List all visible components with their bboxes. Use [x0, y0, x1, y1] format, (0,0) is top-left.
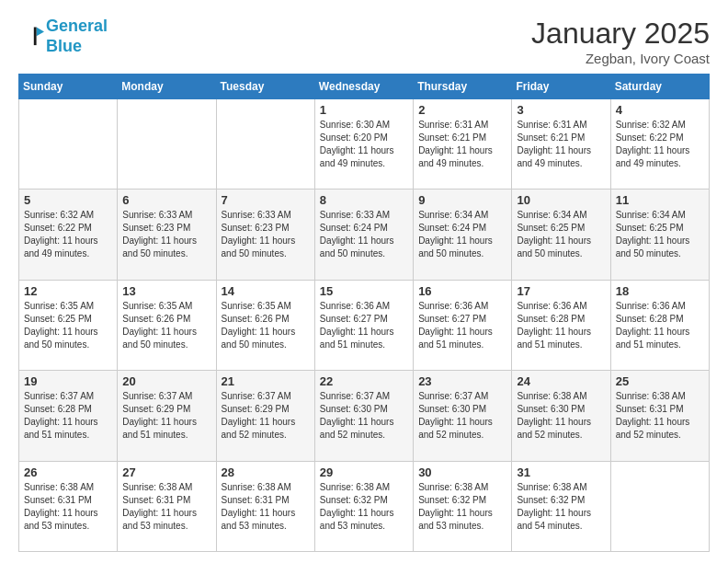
day-info: Sunrise: 6:36 AM Sunset: 6:28 PM Dayligh… [517, 300, 605, 351]
calendar-day-cell: 10Sunrise: 6:34 AM Sunset: 6:25 PM Dayli… [512, 190, 610, 280]
calendar-day-cell [118, 99, 216, 190]
day-info: Sunrise: 6:37 AM Sunset: 6:29 PM Dayligh… [122, 390, 210, 442]
calendar-day-header: Thursday [414, 75, 512, 99]
day-number: 22 [320, 374, 408, 388]
calendar-subtitle: Zegban, Ivory Coast [531, 51, 710, 66]
calendar-day-cell: 28Sunrise: 6:38 AM Sunset: 6:31 PM Dayli… [216, 461, 314, 551]
day-number: 7 [222, 193, 310, 207]
logo-text: General Blue [46, 17, 108, 56]
calendar-day-cell: 21Sunrise: 6:37 AM Sunset: 6:29 PM Dayli… [216, 371, 314, 461]
day-info: Sunrise: 6:36 AM Sunset: 6:27 PM Dayligh… [320, 300, 408, 351]
day-number: 29 [320, 465, 408, 479]
calendar-day-cell: 19Sunrise: 6:37 AM Sunset: 6:28 PM Dayli… [19, 371, 118, 461]
calendar-day-cell [610, 461, 709, 551]
day-info: Sunrise: 6:32 AM Sunset: 6:22 PM Dayligh… [24, 209, 112, 260]
calendar-day-cell: 2Sunrise: 6:31 AM Sunset: 6:21 PM Daylig… [414, 99, 512, 190]
day-info: Sunrise: 6:38 AM Sunset: 6:32 PM Dayligh… [517, 481, 605, 533]
day-number: 8 [320, 193, 408, 207]
calendar-day-cell: 9Sunrise: 6:34 AM Sunset: 6:24 PM Daylig… [414, 190, 512, 280]
day-info: Sunrise: 6:34 AM Sunset: 6:24 PM Dayligh… [418, 209, 506, 260]
calendar-day-header: Monday [118, 75, 216, 99]
day-number: 9 [418, 193, 506, 207]
day-number: 24 [517, 374, 605, 388]
day-number: 15 [320, 284, 408, 298]
calendar-day-header: Saturday [610, 75, 709, 99]
day-info: Sunrise: 6:35 AM Sunset: 6:26 PM Dayligh… [122, 300, 210, 351]
logo: General Blue [18, 17, 108, 56]
day-info: Sunrise: 6:34 AM Sunset: 6:25 PM Dayligh… [517, 209, 605, 260]
day-number: 5 [24, 193, 112, 207]
calendar-day-header: Wednesday [314, 75, 413, 99]
day-number: 1 [320, 103, 408, 117]
day-info: Sunrise: 6:37 AM Sunset: 6:30 PM Dayligh… [418, 390, 506, 442]
calendar-week-row: 26Sunrise: 6:38 AM Sunset: 6:31 PM Dayli… [19, 461, 710, 551]
calendar-day-cell: 25Sunrise: 6:38 AM Sunset: 6:31 PM Dayli… [610, 371, 709, 461]
day-number: 28 [222, 465, 310, 479]
day-info: Sunrise: 6:38 AM Sunset: 6:31 PM Dayligh… [222, 481, 310, 533]
calendar-day-cell: 30Sunrise: 6:38 AM Sunset: 6:32 PM Dayli… [414, 461, 512, 551]
calendar-day-cell: 13Sunrise: 6:35 AM Sunset: 6:26 PM Dayli… [118, 280, 216, 370]
calendar-day-cell: 15Sunrise: 6:36 AM Sunset: 6:27 PM Dayli… [314, 280, 413, 370]
page: General Blue January 2025 Zegban, Ivory … [0, 0, 728, 563]
day-info: Sunrise: 6:38 AM Sunset: 6:31 PM Dayligh… [24, 481, 112, 533]
day-info: Sunrise: 6:38 AM Sunset: 6:31 PM Dayligh… [122, 481, 210, 533]
day-number: 4 [616, 103, 704, 117]
day-number: 21 [222, 374, 310, 388]
day-info: Sunrise: 6:31 AM Sunset: 6:21 PM Dayligh… [517, 119, 605, 170]
calendar-day-cell: 3Sunrise: 6:31 AM Sunset: 6:21 PM Daylig… [512, 99, 610, 190]
calendar-day-cell: 11Sunrise: 6:34 AM Sunset: 6:25 PM Dayli… [610, 190, 709, 280]
calendar-day-cell: 24Sunrise: 6:38 AM Sunset: 6:30 PM Dayli… [512, 371, 610, 461]
day-info: Sunrise: 6:36 AM Sunset: 6:27 PM Dayligh… [418, 300, 506, 351]
calendar-day-header: Sunday [19, 75, 118, 99]
day-info: Sunrise: 6:38 AM Sunset: 6:31 PM Dayligh… [616, 390, 704, 442]
day-number: 20 [122, 374, 210, 388]
day-info: Sunrise: 6:33 AM Sunset: 6:23 PM Dayligh… [122, 209, 210, 260]
calendar-day-cell [216, 99, 314, 190]
calendar-day-cell: 17Sunrise: 6:36 AM Sunset: 6:28 PM Dayli… [512, 280, 610, 370]
day-number: 12 [24, 284, 112, 298]
day-number: 26 [24, 465, 112, 479]
calendar-day-cell: 6Sunrise: 6:33 AM Sunset: 6:23 PM Daylig… [118, 190, 216, 280]
day-info: Sunrise: 6:33 AM Sunset: 6:24 PM Dayligh… [320, 209, 408, 260]
calendar-header-row: SundayMondayTuesdayWednesdayThursdayFrid… [19, 75, 710, 99]
day-number: 18 [616, 284, 704, 298]
day-number: 13 [122, 284, 210, 298]
day-number: 25 [616, 374, 704, 388]
day-number: 6 [122, 193, 210, 207]
day-info: Sunrise: 6:35 AM Sunset: 6:25 PM Dayligh… [24, 300, 112, 351]
calendar-day-cell: 26Sunrise: 6:38 AM Sunset: 6:31 PM Dayli… [19, 461, 118, 551]
day-number: 2 [418, 103, 506, 117]
day-number: 10 [517, 193, 605, 207]
calendar-title: January 2025 [531, 17, 710, 51]
calendar-day-cell: 4Sunrise: 6:32 AM Sunset: 6:22 PM Daylig… [610, 99, 709, 190]
calendar-day-cell: 22Sunrise: 6:37 AM Sunset: 6:30 PM Dayli… [314, 371, 413, 461]
calendar-day-cell: 18Sunrise: 6:36 AM Sunset: 6:28 PM Dayli… [610, 280, 709, 370]
day-info: Sunrise: 6:37 AM Sunset: 6:30 PM Dayligh… [320, 390, 408, 442]
day-number: 17 [517, 284, 605, 298]
day-number: 31 [517, 465, 605, 479]
day-number: 14 [222, 284, 310, 298]
svg-rect-0 [18, 24, 44, 50]
day-number: 27 [122, 465, 210, 479]
calendar-table: SundayMondayTuesdayWednesdayThursdayFrid… [18, 74, 710, 552]
day-number: 23 [418, 374, 506, 388]
calendar-day-cell: 27Sunrise: 6:38 AM Sunset: 6:31 PM Dayli… [118, 461, 216, 551]
calendar-day-cell: 29Sunrise: 6:38 AM Sunset: 6:32 PM Dayli… [314, 461, 413, 551]
calendar-day-cell: 16Sunrise: 6:36 AM Sunset: 6:27 PM Dayli… [414, 280, 512, 370]
day-info: Sunrise: 6:30 AM Sunset: 6:20 PM Dayligh… [320, 119, 408, 170]
calendar-day-cell: 31Sunrise: 6:38 AM Sunset: 6:32 PM Dayli… [512, 461, 610, 551]
day-info: Sunrise: 6:36 AM Sunset: 6:28 PM Dayligh… [616, 300, 704, 351]
calendar-day-cell: 23Sunrise: 6:37 AM Sunset: 6:30 PM Dayli… [414, 371, 512, 461]
day-number: 19 [24, 374, 112, 388]
calendar-day-cell: 20Sunrise: 6:37 AM Sunset: 6:29 PM Dayli… [118, 371, 216, 461]
calendar-week-row: 5Sunrise: 6:32 AM Sunset: 6:22 PM Daylig… [19, 190, 710, 280]
calendar-day-cell: 14Sunrise: 6:35 AM Sunset: 6:26 PM Dayli… [216, 280, 314, 370]
calendar-day-cell: 12Sunrise: 6:35 AM Sunset: 6:25 PM Dayli… [19, 280, 118, 370]
day-number: 16 [418, 284, 506, 298]
svg-rect-2 [34, 27, 37, 45]
calendar-week-row: 1Sunrise: 6:30 AM Sunset: 6:20 PM Daylig… [19, 99, 710, 190]
calendar-day-cell: 8Sunrise: 6:33 AM Sunset: 6:24 PM Daylig… [314, 190, 413, 280]
day-number: 11 [616, 193, 704, 207]
calendar-day-cell [19, 99, 118, 190]
calendar-day-header: Friday [512, 75, 610, 99]
